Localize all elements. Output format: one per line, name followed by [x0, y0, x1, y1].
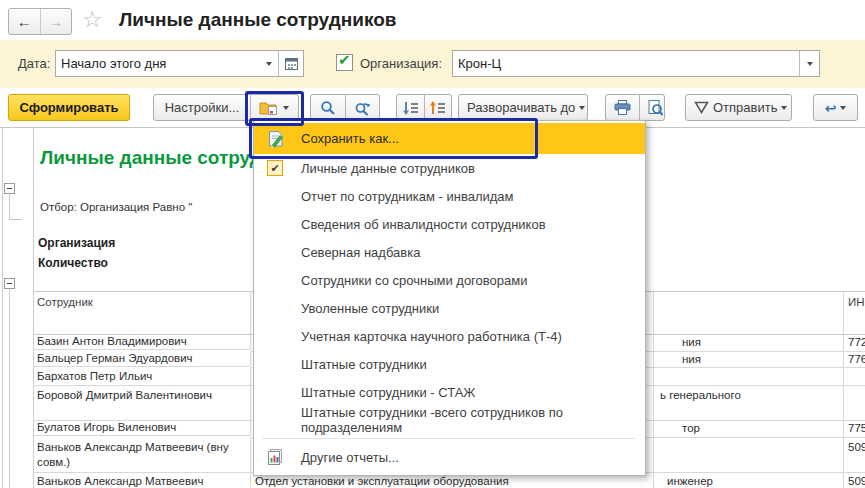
search-button[interactable] — [311, 95, 345, 120]
1c-report-window: { "header": { "title": "Личные данные со… — [0, 0, 865, 488]
settings-group: Настройки... — [153, 94, 299, 121]
history-button[interactable]: ↩ — [813, 94, 858, 121]
menu-item-variant[interactable]: Северная надбавка — [254, 238, 645, 266]
cell-employee[interactable]: Бальцер Герман Эдуардович — [33, 352, 251, 367]
menu-item-variant[interactable]: Сведения об инвалидности сотрудников — [254, 210, 645, 238]
cell-position[interactable] — [654, 438, 844, 473]
menu-item-variant[interactable]: Отчет по сотрудникам - инвалидам — [254, 182, 645, 210]
print-group — [605, 94, 665, 121]
cell-position[interactable]: ь генерального — [654, 386, 844, 421]
send-icon — [694, 101, 709, 114]
cell-position[interactable] — [654, 368, 844, 386]
date-dropdown-button[interactable] — [259, 51, 278, 76]
send-button[interactable]: Отправить — [685, 94, 792, 121]
cell-position[interactable]: ния — [654, 335, 844, 352]
organization-value: Крон-Ц — [453, 51, 799, 76]
search-next-button[interactable] — [345, 95, 380, 120]
menu-item-label: Сведения об инвалидности сотрудников — [301, 217, 546, 232]
menu-item-label: Северная надбавка — [301, 245, 420, 260]
cell-inn[interactable]: 509 — [844, 473, 865, 488]
cell-employee[interactable]: Ваньков Александр Матвеевич (вну совм.) — [33, 438, 251, 473]
group-bracket-line — [9, 194, 10, 219]
menu-item-variant[interactable]: Штатные сотрудники — [254, 350, 645, 378]
menu-item-variant[interactable]: Штатные сотрудники -всего сотрудников по… — [254, 406, 645, 434]
sort-group — [396, 94, 452, 121]
menu-item-variant[interactable]: Уволенные сотрудники — [254, 294, 645, 322]
cell-position[interactable]: инженер — [654, 473, 844, 488]
page-title: Личные данные сотрудников — [119, 9, 396, 31]
undo-arrow-icon: ↩ — [825, 101, 837, 115]
group-bracket-line — [9, 219, 22, 220]
menu-item-label: Другие отчеты... — [301, 450, 399, 465]
cell-inn[interactable] — [844, 368, 865, 386]
organization-field[interactable]: Крон-Ц — [452, 50, 820, 77]
menu-item-label: Штатные сотрудники -всего сотрудников по… — [301, 405, 645, 435]
collapse-group-button[interactable] — [4, 183, 15, 194]
sort-descending-button[interactable] — [397, 95, 424, 120]
expand-to-button[interactable]: Разворачивать до — [458, 94, 588, 121]
cell-employee[interactable]: Бархатов Петр Ильич — [33, 368, 251, 386]
chevron-down-icon — [283, 106, 289, 110]
gutter-line — [2, 128, 3, 488]
menu-item-other-reports[interactable]: Другие отчеты... — [254, 443, 645, 471]
printer-icon — [614, 100, 631, 115]
menu-item-label: Личные данные сотрудников — [301, 161, 475, 176]
nav-history-group: ← → — [8, 8, 72, 35]
menu-item-label: Штатные сотрудники - СТАЖ — [301, 385, 475, 400]
date-label: Дата: — [18, 56, 50, 71]
back-arrow-icon: ← — [17, 13, 32, 30]
cell-employee[interactable]: Базин Антон Владимирович — [33, 335, 251, 350]
menu-item-variant-current[interactable]: ✔ Личные данные сотрудников — [254, 154, 645, 182]
report-group-quantity: Количество — [38, 256, 108, 270]
column-header-position[interactable] — [654, 291, 844, 335]
menu-item-label: Сотрудники со срочными договорами — [301, 273, 527, 288]
expand-to-label: Разворачивать до — [467, 100, 575, 115]
cell-inn[interactable]: 509 — [844, 438, 865, 473]
back-button[interactable]: ← — [9, 9, 41, 34]
cell-inn[interactable]: 776 — [844, 352, 865, 369]
menu-item-label: Отчет по сотрудникам - инвалидам — [301, 189, 514, 204]
chevron-down-icon — [579, 106, 585, 110]
chevron-down-icon — [781, 106, 787, 110]
report-variants-icon — [259, 100, 279, 115]
date-calendar-button[interactable] — [278, 51, 303, 76]
organization-checkbox[interactable]: ✔ — [336, 54, 353, 71]
other-reports-icon — [267, 449, 283, 465]
report-variants-menu: Сохранить как... ✔ Личные данные сотрудн… — [253, 120, 646, 476]
cell-employee[interactable]: Боровой Дмитрий Валентинович — [33, 386, 251, 421]
calendar-icon — [285, 57, 298, 70]
print-button[interactable] — [606, 95, 639, 120]
cell-position[interactable]: ния — [654, 352, 844, 369]
checkmark-icon: ✔ — [338, 51, 351, 69]
search-continue-icon — [354, 100, 371, 116]
search-group — [310, 94, 380, 121]
menu-item-save-as[interactable]: Сохранить как... — [254, 123, 645, 154]
report-filter-line: Отбор: Организация Равно " — [40, 201, 192, 213]
cell-employee[interactable]: Булатов Игорь Виленович — [33, 421, 251, 436]
cell-inn[interactable] — [844, 386, 865, 421]
generate-button[interactable]: Сформировать — [8, 94, 130, 121]
menu-item-variant[interactable]: Сотрудники со срочными договорами — [254, 266, 645, 294]
report-group-organization: Организация — [38, 236, 115, 250]
column-header-inn[interactable]: ИНН — [844, 291, 865, 335]
organization-dropdown-button[interactable] — [799, 51, 819, 76]
column-header-employee[interactable]: Сотрудник — [33, 291, 251, 335]
favorites-star-icon[interactable]: ☆ — [82, 6, 103, 33]
cell-position[interactable]: тор — [654, 421, 844, 438]
cell-employee[interactable]: Ваньков Александр Матвеевич — [33, 473, 251, 488]
cell-inn[interactable]: 775 — [844, 421, 865, 438]
date-field[interactable]: Начало этого дня — [55, 50, 304, 77]
search-icon — [320, 100, 336, 116]
collapse-group-button[interactable] — [4, 278, 15, 289]
print-preview-button[interactable] — [639, 95, 671, 120]
menu-item-label: Учетная карточка научного работника (Т-4… — [301, 329, 562, 344]
selected-variant-check-icon: ✔ — [267, 160, 283, 176]
title-bar: ← → ☆ Личные данные сотрудников — [0, 0, 865, 40]
menu-item-variant[interactable]: Учетная карточка научного работника (Т-4… — [254, 322, 645, 350]
sort-ascending-button[interactable] — [424, 95, 452, 120]
settings-button[interactable]: Настройки... — [154, 95, 250, 120]
forward-button[interactable]: → — [41, 9, 72, 34]
report-variants-button[interactable] — [250, 95, 297, 120]
cell-inn[interactable]: 772 — [844, 335, 865, 352]
menu-item-variant[interactable]: Штатные сотрудники - СТАЖ — [254, 378, 645, 406]
